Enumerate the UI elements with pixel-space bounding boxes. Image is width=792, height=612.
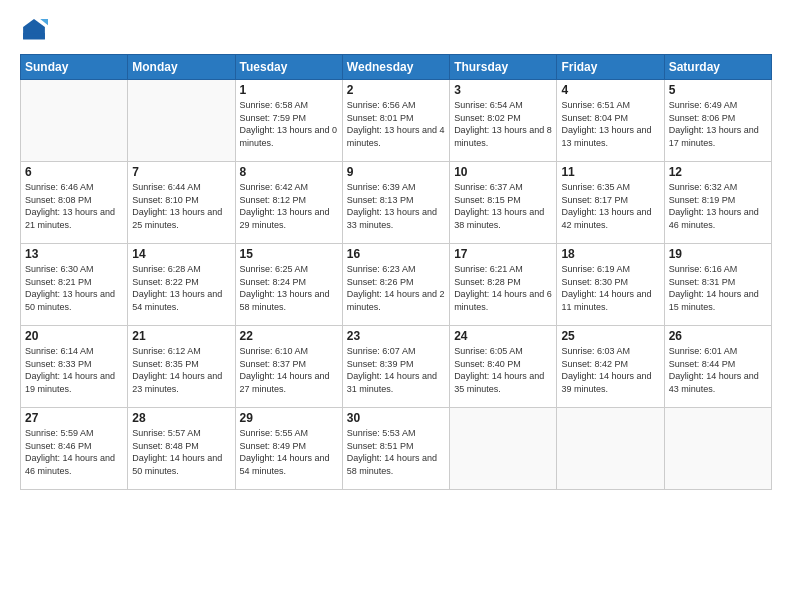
cell-day-number: 8 <box>240 165 338 179</box>
header-day-monday: Monday <box>128 55 235 80</box>
header-day-tuesday: Tuesday <box>235 55 342 80</box>
cell-day-number: 24 <box>454 329 552 343</box>
calendar-cell: 11Sunrise: 6:35 AM Sunset: 8:17 PM Dayli… <box>557 162 664 244</box>
calendar-cell: 2Sunrise: 6:56 AM Sunset: 8:01 PM Daylig… <box>342 80 449 162</box>
calendar-cell: 25Sunrise: 6:03 AM Sunset: 8:42 PM Dayli… <box>557 326 664 408</box>
calendar-cell: 10Sunrise: 6:37 AM Sunset: 8:15 PM Dayli… <box>450 162 557 244</box>
header-day-saturday: Saturday <box>664 55 771 80</box>
cell-day-number: 3 <box>454 83 552 97</box>
header-day-friday: Friday <box>557 55 664 80</box>
calendar-cell: 6Sunrise: 6:46 AM Sunset: 8:08 PM Daylig… <box>21 162 128 244</box>
calendar-cell: 12Sunrise: 6:32 AM Sunset: 8:19 PM Dayli… <box>664 162 771 244</box>
cell-day-number: 10 <box>454 165 552 179</box>
calendar-cell <box>664 408 771 490</box>
cell-day-number: 2 <box>347 83 445 97</box>
cell-day-number: 5 <box>669 83 767 97</box>
calendar-header: SundayMondayTuesdayWednesdayThursdayFrid… <box>21 55 772 80</box>
calendar-cell <box>21 80 128 162</box>
cell-info: Sunrise: 5:53 AM Sunset: 8:51 PM Dayligh… <box>347 427 445 477</box>
calendar-cell: 7Sunrise: 6:44 AM Sunset: 8:10 PM Daylig… <box>128 162 235 244</box>
cell-day-number: 14 <box>132 247 230 261</box>
calendar-table: SundayMondayTuesdayWednesdayThursdayFrid… <box>20 54 772 490</box>
calendar-cell <box>128 80 235 162</box>
cell-info: Sunrise: 6:05 AM Sunset: 8:40 PM Dayligh… <box>454 345 552 395</box>
cell-day-number: 18 <box>561 247 659 261</box>
calendar-week-2: 13Sunrise: 6:30 AM Sunset: 8:21 PM Dayli… <box>21 244 772 326</box>
calendar-cell: 5Sunrise: 6:49 AM Sunset: 8:06 PM Daylig… <box>664 80 771 162</box>
calendar-cell <box>557 408 664 490</box>
calendar-cell: 8Sunrise: 6:42 AM Sunset: 8:12 PM Daylig… <box>235 162 342 244</box>
calendar-cell: 1Sunrise: 6:58 AM Sunset: 7:59 PM Daylig… <box>235 80 342 162</box>
calendar-cell: 18Sunrise: 6:19 AM Sunset: 8:30 PM Dayli… <box>557 244 664 326</box>
cell-day-number: 1 <box>240 83 338 97</box>
cell-info: Sunrise: 6:42 AM Sunset: 8:12 PM Dayligh… <box>240 181 338 231</box>
cell-day-number: 11 <box>561 165 659 179</box>
cell-info: Sunrise: 6:01 AM Sunset: 8:44 PM Dayligh… <box>669 345 767 395</box>
calendar-cell: 24Sunrise: 6:05 AM Sunset: 8:40 PM Dayli… <box>450 326 557 408</box>
calendar-body: 1Sunrise: 6:58 AM Sunset: 7:59 PM Daylig… <box>21 80 772 490</box>
cell-day-number: 22 <box>240 329 338 343</box>
cell-info: Sunrise: 6:58 AM Sunset: 7:59 PM Dayligh… <box>240 99 338 149</box>
cell-day-number: 26 <box>669 329 767 343</box>
header <box>20 16 772 44</box>
cell-day-number: 25 <box>561 329 659 343</box>
cell-info: Sunrise: 6:30 AM Sunset: 8:21 PM Dayligh… <box>25 263 123 313</box>
cell-info: Sunrise: 6:39 AM Sunset: 8:13 PM Dayligh… <box>347 181 445 231</box>
cell-info: Sunrise: 5:57 AM Sunset: 8:48 PM Dayligh… <box>132 427 230 477</box>
cell-info: Sunrise: 6:21 AM Sunset: 8:28 PM Dayligh… <box>454 263 552 313</box>
cell-info: Sunrise: 6:32 AM Sunset: 8:19 PM Dayligh… <box>669 181 767 231</box>
cell-day-number: 21 <box>132 329 230 343</box>
calendar-cell: 16Sunrise: 6:23 AM Sunset: 8:26 PM Dayli… <box>342 244 449 326</box>
cell-info: Sunrise: 6:10 AM Sunset: 8:37 PM Dayligh… <box>240 345 338 395</box>
cell-info: Sunrise: 6:28 AM Sunset: 8:22 PM Dayligh… <box>132 263 230 313</box>
calendar-cell: 4Sunrise: 6:51 AM Sunset: 8:04 PM Daylig… <box>557 80 664 162</box>
calendar-week-1: 6Sunrise: 6:46 AM Sunset: 8:08 PM Daylig… <box>21 162 772 244</box>
cell-info: Sunrise: 6:12 AM Sunset: 8:35 PM Dayligh… <box>132 345 230 395</box>
cell-info: Sunrise: 6:16 AM Sunset: 8:31 PM Dayligh… <box>669 263 767 313</box>
cell-day-number: 30 <box>347 411 445 425</box>
calendar-cell: 23Sunrise: 6:07 AM Sunset: 8:39 PM Dayli… <box>342 326 449 408</box>
cell-info: Sunrise: 6:25 AM Sunset: 8:24 PM Dayligh… <box>240 263 338 313</box>
cell-info: Sunrise: 5:55 AM Sunset: 8:49 PM Dayligh… <box>240 427 338 477</box>
cell-info: Sunrise: 6:35 AM Sunset: 8:17 PM Dayligh… <box>561 181 659 231</box>
cell-info: Sunrise: 6:49 AM Sunset: 8:06 PM Dayligh… <box>669 99 767 149</box>
cell-info: Sunrise: 6:51 AM Sunset: 8:04 PM Dayligh… <box>561 99 659 149</box>
header-day-sunday: Sunday <box>21 55 128 80</box>
calendar-cell: 19Sunrise: 6:16 AM Sunset: 8:31 PM Dayli… <box>664 244 771 326</box>
calendar-cell: 3Sunrise: 6:54 AM Sunset: 8:02 PM Daylig… <box>450 80 557 162</box>
calendar-cell: 27Sunrise: 5:59 AM Sunset: 8:46 PM Dayli… <box>21 408 128 490</box>
calendar-cell: 14Sunrise: 6:28 AM Sunset: 8:22 PM Dayli… <box>128 244 235 326</box>
cell-info: Sunrise: 6:14 AM Sunset: 8:33 PM Dayligh… <box>25 345 123 395</box>
cell-info: Sunrise: 6:07 AM Sunset: 8:39 PM Dayligh… <box>347 345 445 395</box>
cell-day-number: 16 <box>347 247 445 261</box>
calendar-cell: 15Sunrise: 6:25 AM Sunset: 8:24 PM Dayli… <box>235 244 342 326</box>
cell-day-number: 12 <box>669 165 767 179</box>
cell-day-number: 29 <box>240 411 338 425</box>
calendar-cell: 28Sunrise: 5:57 AM Sunset: 8:48 PM Dayli… <box>128 408 235 490</box>
cell-info: Sunrise: 6:44 AM Sunset: 8:10 PM Dayligh… <box>132 181 230 231</box>
calendar-cell: 13Sunrise: 6:30 AM Sunset: 8:21 PM Dayli… <box>21 244 128 326</box>
calendar-cell: 22Sunrise: 6:10 AM Sunset: 8:37 PM Dayli… <box>235 326 342 408</box>
logo-icon <box>20 16 48 44</box>
cell-day-number: 19 <box>669 247 767 261</box>
cell-day-number: 28 <box>132 411 230 425</box>
calendar-week-3: 20Sunrise: 6:14 AM Sunset: 8:33 PM Dayli… <box>21 326 772 408</box>
cell-day-number: 17 <box>454 247 552 261</box>
header-day-wednesday: Wednesday <box>342 55 449 80</box>
cell-info: Sunrise: 6:37 AM Sunset: 8:15 PM Dayligh… <box>454 181 552 231</box>
cell-info: Sunrise: 6:23 AM Sunset: 8:26 PM Dayligh… <box>347 263 445 313</box>
calendar-cell: 26Sunrise: 6:01 AM Sunset: 8:44 PM Dayli… <box>664 326 771 408</box>
calendar-page: SundayMondayTuesdayWednesdayThursdayFrid… <box>0 0 792 612</box>
calendar-cell: 9Sunrise: 6:39 AM Sunset: 8:13 PM Daylig… <box>342 162 449 244</box>
cell-day-number: 4 <box>561 83 659 97</box>
calendar-cell: 29Sunrise: 5:55 AM Sunset: 8:49 PM Dayli… <box>235 408 342 490</box>
cell-day-number: 15 <box>240 247 338 261</box>
cell-info: Sunrise: 6:56 AM Sunset: 8:01 PM Dayligh… <box>347 99 445 149</box>
cell-day-number: 7 <box>132 165 230 179</box>
calendar-cell <box>450 408 557 490</box>
cell-day-number: 6 <box>25 165 123 179</box>
cell-info: Sunrise: 5:59 AM Sunset: 8:46 PM Dayligh… <box>25 427 123 477</box>
cell-info: Sunrise: 6:54 AM Sunset: 8:02 PM Dayligh… <box>454 99 552 149</box>
logo <box>20 16 52 44</box>
calendar-cell: 21Sunrise: 6:12 AM Sunset: 8:35 PM Dayli… <box>128 326 235 408</box>
